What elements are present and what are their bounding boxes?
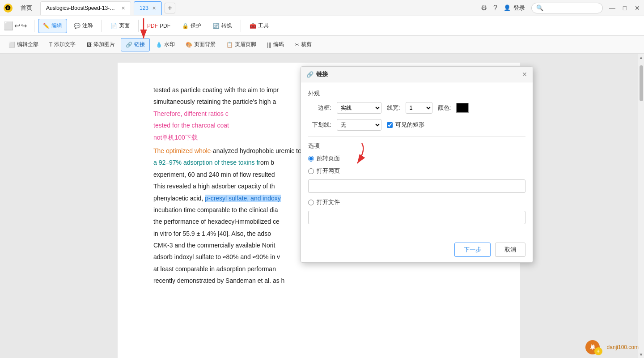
border-style-select[interactable]: 实线 [337, 102, 381, 114]
open-file-radio[interactable] [308, 200, 314, 205]
border-label: 边框: [308, 104, 331, 112]
jump-page-label: 跳转页面 [317, 154, 340, 162]
options-area: 跳转页面 打开网页 打开文件 [308, 154, 525, 230]
protect-tab-btn[interactable]: 🔒 保护 [177, 19, 206, 33]
jump-page-radio-row[interactable]: 跳转页面 [308, 154, 525, 162]
tools-tab-btn[interactable]: 🧰 工具 [245, 19, 274, 33]
tab-file-close[interactable]: ✕ [121, 5, 125, 11]
note-label: 注释 [82, 22, 93, 30]
sep2 [102, 20, 102, 32]
edit-all-label: 编辑全部 [17, 41, 38, 48]
open-web-radio[interactable] [308, 168, 314, 174]
page-icon: 📄 [110, 23, 117, 29]
tab-number-close[interactable]: ✕ [152, 5, 156, 11]
barcode-label: 编码 [273, 41, 284, 48]
visible-rect-row: 可见的矩形 [387, 121, 424, 129]
link-dialog: 🔗 链接 ✕ 外观 边框: 实线 线宽: 1 颜色: [301, 66, 533, 263]
jump-page-radio[interactable] [308, 156, 314, 162]
window-close-button[interactable]: ✕ [634, 5, 640, 11]
page-bg-btn[interactable]: 🎨 页面背景 [181, 38, 220, 51]
crop-btn[interactable]: ✂ 裁剪 [290, 38, 317, 51]
page-bg-icon: 🎨 [186, 42, 192, 48]
color-swatch[interactable] [456, 103, 469, 113]
underline-label: 下划线: [308, 121, 331, 129]
visible-rect-label: 可见的矩形 [395, 121, 424, 129]
line-width-select[interactable]: 1 [406, 102, 432, 114]
link-btn[interactable]: 🔗 链接 [121, 38, 150, 51]
dialog-close-button[interactable]: ✕ [522, 71, 527, 78]
open-file-label: 打开文件 [317, 198, 340, 206]
appearance-section-label: 外观 [308, 90, 525, 98]
scroll-down-arrow[interactable]: ▼ [638, 351, 644, 358]
underline-select[interactable]: 无 [337, 119, 381, 131]
convert-tab-btn[interactable]: 🔄 转换 [208, 19, 237, 33]
search-box[interactable]: 🔍 [531, 3, 603, 13]
add-image-btn[interactable]: 🖼 添加图片 [81, 38, 120, 51]
minimize-button[interactable]: — [609, 5, 615, 11]
dialog-title-bar: 🔗 链接 ✕ [301, 67, 533, 82]
protect-label: 保护 [191, 22, 201, 30]
add-image-icon: 🖼 [86, 42, 92, 48]
edit-all-btn[interactable]: ⬜ 编辑全部 [4, 38, 43, 51]
header-footer-icon: 📋 [226, 42, 233, 48]
protect-icon: 🔒 [182, 23, 189, 29]
sep1 [34, 20, 34, 32]
redo-icon[interactable]: ↩ [14, 21, 20, 30]
tab-number[interactable]: 123 ✕ [134, 1, 162, 15]
watermark-label: 水印 [164, 41, 175, 48]
pdf-label: PDF [160, 23, 170, 29]
add-text-btn[interactable]: T 添加文字 [44, 38, 80, 51]
maximize-button[interactable]: □ [622, 5, 628, 11]
next-step-button[interactable]: 下一步 [454, 243, 491, 257]
page-label: 页面 [119, 22, 130, 30]
arrow-annotation [130, 16, 157, 43]
tab-home[interactable]: 首页 [15, 4, 38, 12]
login-area[interactable]: 👤 登录 [504, 4, 525, 12]
link-dialog-icon: 🔗 [306, 71, 314, 78]
cancel-button[interactable]: 取消 [495, 243, 525, 257]
watermark-url: danji100.com [607, 344, 639, 350]
web-url-input[interactable] [308, 179, 525, 193]
color-label: 颜色: [438, 104, 451, 112]
tab-number-label: 123 [140, 5, 148, 11]
scroll-up-arrow[interactable]: ▲ [638, 54, 644, 61]
dialog-footer: 下一步 取消 [301, 237, 533, 262]
edit-icon: ✏️ [43, 23, 50, 29]
underline-row: 下划线: 无 可见的矩形 [308, 119, 525, 131]
undo-icon[interactable]: ↪ [21, 21, 27, 30]
toolbar-edit: ⬜ 编辑全部 T 添加文字 🖼 添加图片 🔗 链接 💧 水印 🎨 页面背景 📋 … [0, 36, 644, 54]
edit-label: 编辑 [51, 22, 62, 30]
barcode-btn[interactable]: ||| 编码 [262, 38, 288, 51]
divider [308, 136, 525, 136]
help-icon[interactable]: ? [493, 4, 497, 12]
open-web-radio-row[interactable]: 打开网页 [308, 167, 525, 175]
undo-redo-area: ⬜ ↩ ↪ [4, 21, 27, 31]
scroll-thumb[interactable] [640, 65, 643, 101]
tab-file-label: Auslogics-BoostSpeed-13-Us... [46, 5, 118, 11]
tab-file[interactable]: Auslogics-BoostSpeed-13-Us... ✕ [40, 1, 131, 15]
visible-rect-checkbox[interactable] [387, 122, 393, 128]
toolbar-top: ⬜ ↩ ↪ ✏️ 编辑 💬 注释 📄 页面 PDF PDF 🔒 保护 🔄 转换 … [0, 16, 644, 36]
options-section-label: 选项 [308, 142, 525, 150]
watermark-plus-icon: + [594, 347, 602, 355]
title-icons: ⚙ ? 👤 登录 🔍 — □ ✕ [481, 3, 640, 13]
watermark-area: 单 + danji100.com [585, 340, 639, 354]
add-text-label: 添加文字 [54, 41, 76, 48]
user-icon: 👤 [504, 4, 511, 11]
frame-icon[interactable]: ⬜ [4, 21, 13, 31]
edit-all-icon: ⬜ [8, 42, 15, 48]
convert-label: 转换 [221, 22, 232, 30]
open-file-radio-row[interactable]: 打开文件 [308, 198, 525, 206]
crop-label: 裁剪 [301, 41, 312, 48]
header-footer-btn[interactable]: 📋 页眉页脚 [221, 38, 261, 51]
settings-icon[interactable]: ⚙ [481, 4, 487, 12]
dialog-body: 外观 边框: 实线 线宽: 1 颜色: 下划线: 无 [301, 82, 533, 237]
add-image-label: 添加图片 [93, 41, 115, 48]
edit-tab-btn[interactable]: ✏️ 编辑 [38, 19, 67, 33]
scrollbar[interactable]: ▲ ▼ [638, 54, 644, 358]
file-path-input[interactable] [308, 211, 525, 224]
note-tab-btn[interactable]: 💬 注释 [69, 19, 98, 33]
new-tab-button[interactable]: + [165, 3, 175, 13]
watermark-icons: 单 + [585, 340, 600, 354]
border-row: 边框: 实线 线宽: 1 颜色: [308, 102, 525, 114]
